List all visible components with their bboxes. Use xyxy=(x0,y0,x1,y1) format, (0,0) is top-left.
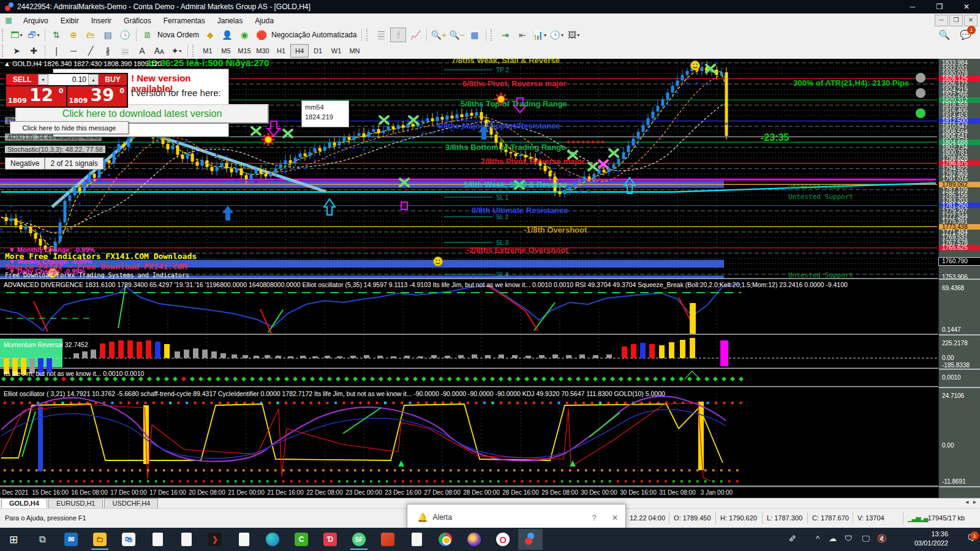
timeframe-m1-button[interactable]: M1 xyxy=(198,44,217,58)
periods-button[interactable]: 🕒▾ xyxy=(549,28,565,42)
metatrader5-active-app-icon[interactable] xyxy=(518,529,543,550)
volume-muted-icon[interactable]: 🔇 xyxy=(877,534,887,543)
tab-scroll-left[interactable]: ◄ xyxy=(964,499,970,505)
chart-shift-button[interactable]: ⇤ xyxy=(514,28,530,42)
buy-button[interactable]: BUY xyxy=(99,74,127,85)
start-button[interactable]: ⊞ xyxy=(1,529,26,550)
office-app-icon[interactable] xyxy=(375,529,400,550)
sell-quote[interactable]: 1809 12 0 xyxy=(6,86,66,107)
lot-size-input[interactable]: 0.10 xyxy=(48,74,88,85)
navigator-button[interactable]: 🗁 xyxy=(83,28,99,42)
candlestick-chart-button[interactable]: 🕯 xyxy=(390,28,406,42)
restore-button[interactable]: ❐ xyxy=(926,0,953,13)
market-watch-button[interactable]: ⇅ xyxy=(48,28,64,42)
menu-arquivo[interactable]: Arquivo xyxy=(17,15,55,26)
alert-help-button[interactable]: ? xyxy=(584,513,605,522)
edge-browser-icon[interactable] xyxy=(260,529,285,550)
timeframe-h1-button[interactable]: H1 xyxy=(272,44,290,58)
document-app-icon[interactable] xyxy=(145,529,170,550)
line-chart-button[interactable]: 📈 xyxy=(407,28,423,42)
timeframe-h4-button[interactable]: H4 xyxy=(290,44,309,58)
child-close-button[interactable]: ✕ xyxy=(964,15,978,26)
strategy-tester-button[interactable]: 🕓 xyxy=(117,28,133,42)
onedrive-cloud-icon[interactable]: ☁ xyxy=(829,534,837,543)
hide-message-button[interactable]: Click here to hide this message xyxy=(10,121,129,134)
chart-tab-2[interactable]: USDCHF,H4 xyxy=(104,498,158,509)
hidden-icons-chevron[interactable]: ^ xyxy=(816,534,820,543)
timeframe-d1-button[interactable]: D1 xyxy=(309,44,327,58)
search-icon[interactable]: 🔍 xyxy=(939,29,951,40)
chart-tab-0[interactable]: GOLD,H4 xyxy=(1,498,47,509)
label-tool[interactable]: 🗛 xyxy=(151,43,167,58)
fibonacci-tool[interactable]: 𝄙 xyxy=(117,43,133,58)
news-widget-icon[interactable]: 🗞 xyxy=(788,534,796,543)
menu-ajuda[interactable]: Ajuda xyxy=(249,15,280,26)
taskbar-clock[interactable]: 13:3603/01/2022 xyxy=(914,530,948,548)
auto-trading-icon[interactable]: 🛑 xyxy=(254,28,270,42)
close-button[interactable]: ✕ xyxy=(953,0,980,13)
chat-icon[interactable]: 💬1 xyxy=(960,29,971,40)
file-explorer-icon[interactable]: 🗀 xyxy=(88,529,112,550)
horizontal-line-tool[interactable]: ─ xyxy=(66,43,81,58)
terminal-button[interactable]: ▤ xyxy=(100,28,116,42)
community-button[interactable]: 👤 xyxy=(219,28,235,42)
auto-trading-button[interactable]: Negociação Automatizada xyxy=(271,31,356,39)
toolbar-grip-2[interactable] xyxy=(2,45,6,57)
task-view-button[interactable]: ⧉ xyxy=(30,529,55,550)
document-app-icon-4[interactable] xyxy=(404,529,429,550)
chart-tab-1[interactable]: EURUSD,H1 xyxy=(48,498,104,509)
menu-exibir[interactable]: Exibir xyxy=(55,15,85,26)
menu-janelas[interactable]: Janelas xyxy=(211,15,249,26)
shapes-tool[interactable]: ✦▾ xyxy=(168,43,184,58)
new-chart-button[interactable]: 🗔▾ xyxy=(9,28,24,42)
tab-scroll-right[interactable]: ► xyxy=(972,499,978,505)
red-d-app-icon[interactable]: Ɗ xyxy=(318,529,342,550)
network-icon[interactable]: 🖵 xyxy=(862,534,870,544)
lot-decrease-button[interactable]: ▼ xyxy=(38,74,48,85)
cursor-tool[interactable]: ➤ xyxy=(9,43,24,58)
crosshair-tool[interactable]: ✚ xyxy=(26,43,42,58)
channel-tool[interactable]: ∦ xyxy=(100,43,116,58)
opera-browser-icon[interactable]: O xyxy=(491,529,515,550)
toolbar-grip[interactable] xyxy=(2,29,6,41)
menu-ferramentas[interactable]: Ferramentas xyxy=(157,15,211,26)
microsoft-store-icon[interactable]: 🛍 xyxy=(116,529,141,550)
camtasia-app-icon[interactable]: C xyxy=(289,529,314,550)
chrome-browser-icon[interactable] xyxy=(433,529,458,550)
signals-button[interactable]: ◉ xyxy=(236,28,252,42)
sell-button[interactable]: SELL xyxy=(6,74,38,85)
lot-increase-button[interactable]: ▲ xyxy=(88,74,99,85)
timeframe-m15-button[interactable]: M15 xyxy=(235,44,254,58)
data-window-button[interactable]: ⊕ xyxy=(66,28,81,42)
timeframe-w1-button[interactable]: W1 xyxy=(327,44,345,58)
zoom-in-button[interactable]: 🔍+ xyxy=(430,28,447,42)
menu-gráficos[interactable]: Gráficos xyxy=(118,15,157,26)
vertical-line-tool[interactable]: | xyxy=(48,43,64,58)
indicators-button[interactable]: 📊▾ xyxy=(532,28,548,42)
timeframe-m30-button[interactable]: M30 xyxy=(254,44,272,58)
bar-chart-button[interactable]: 𝄛 xyxy=(373,28,389,42)
new-order-icon[interactable]: 🗎 xyxy=(140,28,156,42)
text-tool[interactable]: A xyxy=(134,43,150,58)
defender-shield-icon[interactable]: 🛡 xyxy=(845,534,853,543)
timeframe-mn-button[interactable]: MN xyxy=(345,44,364,58)
new-order-button[interactable]: Nova Ordem xyxy=(157,31,199,39)
timeframe-m5-button[interactable]: M5 xyxy=(217,44,235,58)
metaeditor-button[interactable]: ◆ xyxy=(202,28,218,42)
document-app-icon-2[interactable] xyxy=(174,529,198,550)
alert-close-button[interactable]: ✕ xyxy=(605,513,625,522)
profiles-button[interactable]: 🗗▾ xyxy=(26,28,42,42)
tile-windows-button[interactable]: ▦ xyxy=(467,28,483,42)
child-restore-button[interactable]: ❐ xyxy=(949,15,963,26)
document-app-icon-3[interactable] xyxy=(232,529,256,550)
zoom-out-button[interactable]: 🔍− xyxy=(448,28,466,42)
buy-quote[interactable]: 1809 39 0 xyxy=(67,86,127,107)
templates-button[interactable]: 🖼▾ xyxy=(566,28,582,42)
sf-app-icon[interactable]: SF xyxy=(347,529,371,550)
trendline-tool[interactable]: ╱ xyxy=(83,43,99,58)
minimize-button[interactable]: ─ xyxy=(899,0,926,13)
mail-app-icon[interactable]: ✉ xyxy=(59,529,83,550)
firefox-purple-browser-icon[interactable] xyxy=(462,529,486,550)
metatrader4-app-icon[interactable]: ❯ xyxy=(203,529,227,550)
auto-scroll-button[interactable]: ⇥ xyxy=(497,28,513,42)
